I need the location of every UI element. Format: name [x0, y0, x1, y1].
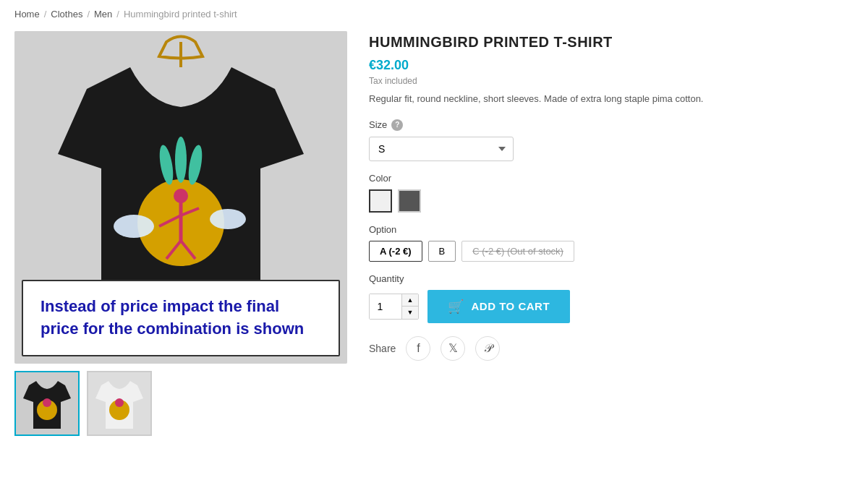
breadcrumb-home[interactable]: Home: [14, 9, 40, 20]
option-label: Option: [369, 224, 854, 235]
breadcrumb-sep-2: /: [87, 9, 90, 20]
popup-text: Instead of price impact the final price …: [41, 296, 321, 341]
size-label: Size ?: [369, 119, 854, 131]
facebook-share-icon[interactable]: f: [406, 336, 430, 361]
size-section: Size ? S M L XL: [369, 119, 854, 161]
page-wrapper: Home / Clothes / Men / Hummingbird print…: [0, 0, 868, 488]
breadcrumb-clothes[interactable]: Clothes: [51, 9, 82, 20]
twitter-share-icon[interactable]: 𝕏: [441, 336, 465, 361]
svg-point-19: [115, 398, 124, 407]
product-description: Regular fit, round neckline, short sleev…: [369, 92, 854, 106]
thumbnail-2[interactable]: [87, 371, 152, 436]
size-help-icon[interactable]: ?: [391, 119, 403, 131]
quantity-label: Quantity: [369, 273, 854, 284]
color-section: Color: [369, 173, 854, 213]
option-btn-b[interactable]: B: [428, 241, 456, 262]
breadcrumb-sep-1: /: [44, 9, 47, 20]
svg-point-7: [174, 189, 188, 203]
popup-overlay: Instead of price impact the final price …: [22, 280, 340, 356]
thumbnail-1[interactable]: [14, 371, 80, 436]
qty-arrow-container: ▲ ▼: [401, 294, 418, 319]
cart-icon: 🛒: [448, 299, 464, 314]
breadcrumb-current: Hummingbird printed t-shirt: [124, 9, 237, 20]
breadcrumb-men[interactable]: Men: [94, 9, 112, 20]
color-swatch-white[interactable]: [369, 189, 392, 213]
color-swatches: [369, 189, 854, 213]
qty-down-btn[interactable]: ▼: [402, 307, 418, 319]
color-swatch-dark-gray[interactable]: [398, 189, 421, 213]
product-title: HUMMINGBIRD PRINTED T-SHIRT: [369, 34, 854, 51]
main-image: Instead of price impact the final price …: [14, 31, 347, 364]
color-label: Color: [369, 173, 854, 184]
add-to-cart-label: ADD TO CART: [472, 300, 550, 312]
breadcrumb-sep-3: /: [116, 9, 119, 20]
thumbnails: [14, 371, 347, 436]
svg-point-16: [43, 398, 51, 407]
add-to-cart-button[interactable]: 🛒 ADD TO CART: [427, 290, 570, 323]
svg-point-13: [210, 209, 246, 229]
option-buttons: A (-2 €) B C (-2 €) (Out of stock): [369, 241, 854, 262]
size-select[interactable]: S M L XL: [369, 137, 514, 161]
quantity-row: ▲ ▼ 🛒 ADD TO CART: [369, 290, 854, 323]
qty-up-btn[interactable]: ▲: [402, 294, 418, 307]
quantity-stepper: ▲ ▼: [369, 294, 419, 320]
quantity-section: Quantity ▲ ▼ 🛒 ADD TO CART: [369, 273, 854, 323]
svg-point-4: [175, 137, 187, 183]
tax-info: Tax included: [369, 76, 854, 86]
option-btn-a[interactable]: A (-2 €): [369, 241, 422, 262]
share-label: Share: [369, 343, 396, 354]
product-price: €32.00: [369, 58, 854, 73]
option-section: Option A (-2 €) B C (-2 €) (Out of stock…: [369, 224, 854, 262]
product-layout: Instead of price impact the final price …: [14, 31, 854, 436]
product-info: HUMMINGBIRD PRINTED T-SHIRT €32.00 Tax i…: [369, 31, 854, 361]
quantity-input[interactable]: [370, 294, 401, 319]
share-row: Share f 𝕏 𝒫: [369, 336, 854, 361]
svg-point-12: [114, 215, 154, 238]
product-images: Instead of price impact the final price …: [14, 31, 347, 436]
pinterest-share-icon[interactable]: 𝒫: [475, 336, 500, 361]
option-btn-c: C (-2 €) (Out of stock): [461, 241, 574, 262]
breadcrumb: Home / Clothes / Men / Hummingbird print…: [14, 9, 854, 20]
